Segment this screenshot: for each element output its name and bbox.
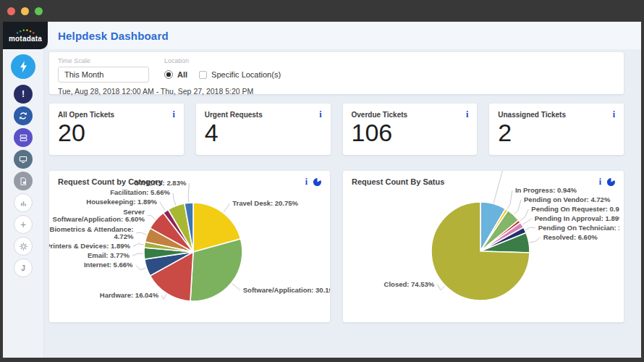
- date-range-text: Tue, Aug 28, 2018 12:00 AM - Thu, Sep 27…: [58, 87, 615, 96]
- pie-label: Internet: 5.66%: [84, 261, 133, 269]
- report-file-gear-icon: [19, 177, 27, 186]
- app-window: motadata Helpdesk Dashboard !: [0, 0, 644, 362]
- pie-label: ServerSoftware/Application: 6.60%: [53, 208, 145, 223]
- pie-label: Resolved: 6.60%: [543, 233, 598, 241]
- sidebar-item-reports[interactable]: [14, 172, 33, 190]
- pie-label: Pending on Vendor: 4.72%: [524, 195, 611, 203]
- sidebar-item-avatar[interactable]: J: [14, 258, 33, 277]
- sidebar-item-server[interactable]: [14, 128, 33, 147]
- motadata-logo[interactable]: motadata: [3, 22, 48, 49]
- stat-card-unassigned-tickets: Unassigned Tickets i 2: [489, 104, 624, 155]
- pie-label: Printers & Devices: 1.89%: [49, 242, 130, 250]
- pie-label: Pending On Requester: 0.94%: [531, 205, 619, 213]
- stat-label: All Open Tickets: [58, 111, 114, 119]
- maximize-button[interactable]: [35, 7, 43, 15]
- pie-label: Pending In Approval: 1.89%: [535, 214, 619, 222]
- stat-label: Unassigned Tickets: [498, 111, 566, 119]
- pie-leader-line: [437, 285, 444, 290]
- window-titlebar: [0, 0, 644, 22]
- pie-leader-line: [148, 216, 156, 219]
- pie-chart-type-icon[interactable]: [607, 178, 615, 186]
- pie-leader-line: [188, 183, 189, 202]
- lightning-bolt-icon: [18, 60, 29, 73]
- charts-row: Request Count by Category i Travel Desk:…: [49, 171, 624, 322]
- pie-label: OTHERS: 2.83%: [134, 179, 187, 187]
- sidebar-item-alerts[interactable]: !: [14, 85, 33, 104]
- pie-leader-line: [493, 171, 504, 203]
- time-scale-label: Time Scale: [58, 57, 156, 64]
- pie-leader-line: [160, 202, 165, 210]
- specific-location-label: Specific Location(s): [211, 70, 281, 79]
- pie-leader-line: [514, 200, 521, 214]
- pie-label: Email: 3.77%: [88, 251, 130, 259]
- filter-card: Time Scale This Month Location All: [49, 52, 624, 94]
- close-button[interactable]: [7, 7, 15, 15]
- location-all-radio[interactable]: [164, 70, 173, 79]
- gear-icon: [19, 242, 28, 251]
- minimize-button[interactable]: [21, 7, 29, 15]
- pie-leader-line: [136, 232, 146, 235]
- pie-label: In Progress: 0.94%: [515, 186, 577, 194]
- info-icon[interactable]: i: [466, 111, 468, 119]
- browser-content: motadata Helpdesk Dashboard !: [3, 22, 641, 358]
- pie-leader-line: [525, 227, 535, 230]
- chart-card-category: Request Count by Category i Travel Desk:…: [49, 171, 330, 322]
- stats-row: All Open Tickets i 20 Urgent Requests i …: [49, 104, 624, 155]
- stat-label: Overdue Tickets: [352, 111, 408, 119]
- pie-label: Travel Desk: 20.75%: [232, 199, 298, 207]
- sidebar-item-flash[interactable]: [11, 54, 35, 79]
- page-title: Helpdesk Dashboard: [58, 30, 169, 42]
- location-label: Location: [164, 57, 281, 64]
- exclamation-icon: !: [22, 89, 25, 99]
- info-icon[interactable]: i: [613, 111, 615, 119]
- chart-card-status: Request Count By Satus i In Progress: 0.…: [343, 171, 624, 322]
- info-icon[interactable]: i: [172, 111, 174, 119]
- avatar-initial: J: [21, 264, 25, 272]
- pie-label: Pending On Technician: 1.89%: [538, 224, 619, 232]
- pie-leader-line: [173, 193, 176, 205]
- page-header: Helpdesk Dashboard: [48, 22, 641, 49]
- category-pie-chart: Travel Desk: 20.75%Software/Application:…: [49, 171, 330, 322]
- pie-label: Facilitation: 5.66%: [110, 188, 170, 196]
- pie-leader-line: [522, 219, 531, 224]
- bar-chart-icon: [19, 198, 28, 208]
- stat-card-urgent-requests: Urgent Requests i 4: [196, 104, 331, 155]
- stat-card-all-open-tickets: All Open Tickets i 20: [49, 104, 184, 155]
- top-row: motadata Helpdesk Dashboard: [3, 22, 641, 49]
- time-scale-value: This Month: [64, 70, 103, 79]
- monitor-icon: [18, 155, 28, 164]
- pie-chart-type-icon[interactable]: [313, 178, 321, 186]
- pie-label: Housekeeping: 1.89%: [86, 198, 157, 206]
- pie-leader-line: [224, 203, 229, 212]
- pie-leader-line: [132, 253, 143, 256]
- info-icon[interactable]: i: [319, 111, 321, 119]
- pie-leader-line: [133, 244, 144, 247]
- pie-label: Hardware: 16.04%: [100, 291, 159, 299]
- stat-value: 4: [205, 119, 322, 146]
- location-all-label: All: [177, 70, 187, 79]
- sidebar-item-add[interactable]: +: [14, 215, 33, 234]
- pie-label: Software/Application: 30.19%: [243, 286, 330, 294]
- info-icon[interactable]: i: [599, 178, 601, 186]
- logo-dots-arc-icon: [16, 29, 35, 34]
- pie-leader-line: [530, 237, 541, 243]
- stat-card-overdue-tickets: Overdue Tickets i 106: [343, 104, 478, 155]
- stat-label: Urgent Requests: [205, 111, 263, 119]
- sidebar-item-analytics[interactable]: [14, 193, 33, 212]
- sidebar-item-settings[interactable]: [14, 237, 33, 256]
- server-icon: [19, 133, 28, 143]
- pie-label: Biometrics & Attendance:4.72%: [50, 225, 134, 240]
- time-scale-select[interactable]: This Month: [58, 67, 149, 83]
- specific-location-checkbox[interactable]: [199, 71, 207, 79]
- sidebar: !: [3, 49, 44, 358]
- pie-leader-line: [507, 190, 512, 209]
- info-icon[interactable]: i: [305, 178, 308, 186]
- sidebar-item-monitor[interactable]: [14, 150, 33, 169]
- logo-text: motadata: [9, 35, 42, 43]
- stat-value: 2: [498, 119, 615, 146]
- sidebar-item-sync[interactable]: [14, 106, 33, 125]
- sync-icon: [18, 111, 28, 121]
- plus-icon: +: [20, 219, 26, 230]
- dashboard-main: Time Scale This Month Location All: [44, 49, 641, 358]
- pie-leader-line: [161, 294, 166, 299]
